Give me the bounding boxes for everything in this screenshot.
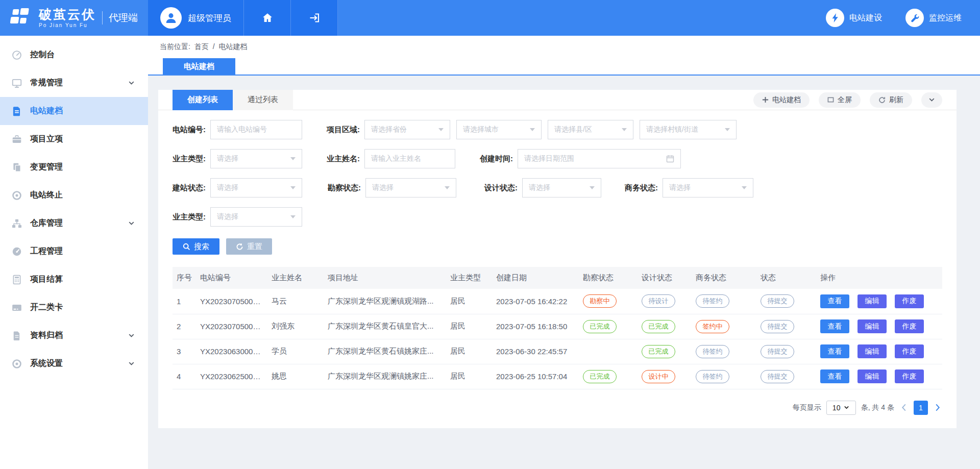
create-time-range-input[interactable]: 请选择日期范围	[518, 149, 681, 168]
cell-owner: 刘强东	[267, 314, 324, 339]
collapse-button[interactable]	[921, 92, 942, 108]
sidebar-item-project-settlement[interactable]: 项目结算	[0, 265, 148, 293]
survey-status-label: 勘察状态:	[328, 183, 361, 193]
fullscreen-button[interactable]: 全屏	[819, 92, 861, 108]
survey-status-badge: 勘察中	[583, 294, 617, 308]
col-code: 电站编号	[196, 267, 267, 289]
search-button[interactable]: 搜索	[173, 238, 219, 255]
void-button[interactable]: 作废	[895, 369, 924, 383]
build-status-select[interactable]: 请选择	[210, 178, 302, 198]
total-count-label: 条, 共 4 条	[861, 403, 894, 412]
void-button[interactable]: 作废	[895, 344, 924, 358]
owner-name-input[interactable]: 请输入业主姓名	[364, 149, 455, 168]
caret-down-icon	[530, 128, 535, 131]
logout-button[interactable]	[291, 0, 338, 36]
reset-button[interactable]: 重置	[226, 238, 272, 255]
caret-down-icon	[445, 186, 450, 189]
view-button[interactable]: 查看	[820, 369, 849, 383]
sidebar-item-system-settings[interactable]: 系统设置	[0, 350, 148, 378]
caret-down-icon	[590, 186, 595, 189]
tab-passed-list[interactable]: 通过列表	[233, 90, 293, 110]
sidebar-item-label: 资料归档	[30, 330, 128, 341]
pages-icon	[11, 162, 22, 173]
view-button[interactable]: 查看	[820, 294, 849, 308]
station-code-input[interactable]: 请输入电站编号	[210, 120, 302, 139]
sidebar-item-station-terminate[interactable]: 电站终止	[0, 181, 148, 209]
void-button[interactable]: 作废	[895, 319, 924, 333]
cell-owner: 姚思	[267, 364, 324, 389]
nav-monitor-ops[interactable]: 监控运维	[905, 9, 962, 27]
owner-type-select[interactable]: 请选择	[210, 149, 302, 168]
station-table: 序号 电站编号 业主姓名 项目地址 业主类型 创建日期 勘察状态 设计状态 商务…	[173, 267, 942, 389]
cell-type: 居民	[446, 339, 492, 364]
brand-logo-icon	[9, 8, 33, 28]
page-tab-station-archive[interactable]: 电站建档	[163, 58, 235, 75]
chevron-right-icon	[935, 404, 940, 411]
cell-no: 1	[173, 289, 196, 314]
refresh-button[interactable]: 刷新	[870, 92, 912, 108]
sidebar-item-engineering-mgmt[interactable]: 工程管理	[0, 237, 148, 265]
user-menu[interactable]: 超级管理员	[148, 0, 244, 36]
toolbar: 电站建档 全屏 刷新	[753, 92, 942, 108]
edit-button[interactable]: 编辑	[857, 369, 887, 383]
sidebar-item-change-mgmt[interactable]: 变更管理	[0, 153, 148, 181]
tab-create-list[interactable]: 创建列表	[173, 90, 233, 110]
chevron-down-icon	[128, 80, 135, 86]
void-button[interactable]: 作废	[895, 294, 924, 308]
sidebar-item-general-mgmt[interactable]: 常规管理	[0, 69, 148, 97]
breadcrumb-home[interactable]: 首页	[194, 42, 209, 51]
add-station-button[interactable]: 电站建档	[753, 92, 810, 108]
table-row: 4 YX2023062500004 姚思 广东深圳龙华区观澜镇姚家庄... 居民…	[173, 364, 942, 389]
content-card: 创建列表 通过列表 电站建档 全屏 刷新	[158, 90, 957, 428]
calendar-icon	[666, 155, 674, 163]
edit-button[interactable]: 编辑	[857, 294, 887, 308]
district-select[interactable]: 请选择县/区	[548, 120, 633, 139]
city-select[interactable]: 请选择城市	[456, 120, 542, 139]
sidebar: 控制台 常规管理 电站建档 项目立项 变更管理 电站终止	[0, 36, 148, 469]
business-status-badge: 待签约	[696, 294, 729, 308]
table-header-row: 序号 电站编号 业主姓名 项目地址 业主类型 创建日期 勘察状态 设计状态 商务…	[173, 267, 942, 289]
build-status-label: 建站状态:	[173, 183, 206, 193]
survey-status-select[interactable]: 请选择	[365, 178, 456, 198]
sidebar-item-warehouse-mgmt[interactable]: 仓库管理	[0, 209, 148, 237]
cell-address: 广东深圳龙华区黄石镇姚家庄...	[324, 339, 446, 364]
edit-button[interactable]: 编辑	[857, 344, 887, 358]
design-status-select[interactable]: 请选择	[522, 178, 601, 198]
edit-button[interactable]: 编辑	[857, 319, 887, 333]
user-name: 超级管理员	[188, 12, 231, 24]
owner-type2-select[interactable]: 请选择	[210, 207, 302, 227]
station-code-label: 电站编号:	[173, 125, 206, 135]
next-page-button[interactable]	[933, 404, 942, 411]
sidebar-item-data-archive[interactable]: 资料归档	[0, 322, 148, 350]
town-select[interactable]: 请选择村镇/街道	[640, 120, 737, 139]
view-button[interactable]: 查看	[820, 319, 849, 333]
brand-title: 破茧云伏	[39, 8, 96, 21]
per-page-select[interactable]: 10	[826, 401, 856, 415]
table-row: 3 YX2023063000009 学员 广东深圳龙华区黄石镇姚家庄... 居民…	[173, 339, 942, 364]
cell-code: YX2023062500004	[196, 364, 267, 389]
cell-code: YX2023070500010	[196, 314, 267, 339]
sidebar-item-open-class2-card[interactable]: 开二类卡	[0, 293, 148, 322]
chevron-down-icon	[128, 220, 135, 227]
province-select[interactable]: 请选择省份	[364, 120, 450, 139]
col-status: 状态	[756, 267, 816, 289]
avatar	[160, 7, 182, 29]
sidebar-item-project-initiation[interactable]: 项目立项	[0, 125, 148, 153]
prev-page-button[interactable]	[899, 404, 909, 411]
caret-down-icon	[725, 128, 730, 131]
cell-no: 2	[173, 314, 196, 339]
col-address: 项目地址	[324, 267, 446, 289]
filter-form: 电站编号: 请输入电站编号 项目区域: 请选择省份 请选择城市 请选择县/区 请…	[158, 120, 957, 227]
page-number-1[interactable]: 1	[914, 401, 928, 415]
document-icon	[11, 106, 22, 117]
circle-dot-icon	[11, 190, 22, 201]
business-status-select[interactable]: 请选择	[663, 178, 753, 198]
portal-label: 代理端	[102, 11, 138, 24]
view-button[interactable]: 查看	[820, 344, 849, 358]
nav-station-build[interactable]: 电站建设	[826, 9, 882, 27]
home-button[interactable]	[244, 0, 291, 36]
sidebar-item-console[interactable]: 控制台	[0, 41, 148, 69]
reset-label: 重置	[247, 242, 262, 252]
sidebar-item-station-archive[interactable]: 电站建档	[0, 97, 148, 125]
business-status-badge: 待签约	[696, 370, 729, 383]
